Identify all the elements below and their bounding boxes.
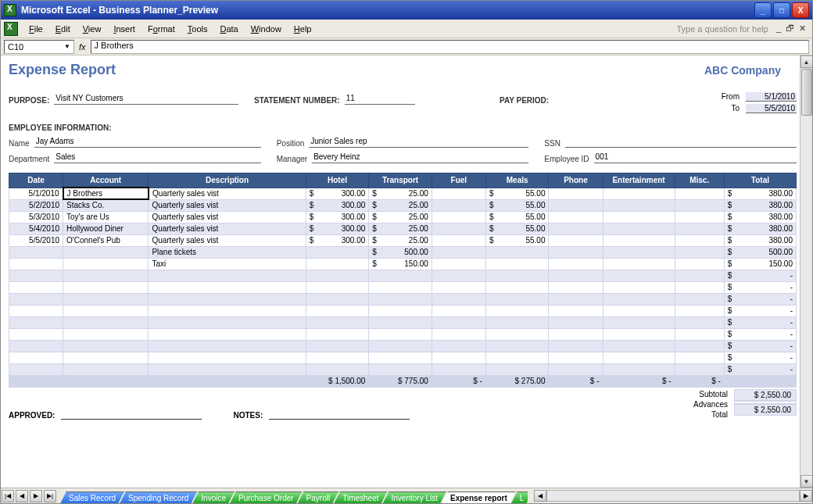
cell[interactable]: $-	[724, 316, 796, 328]
cell[interactable]	[9, 246, 63, 258]
scroll-thumb[interactable]	[801, 69, 812, 116]
cell[interactable]	[369, 281, 432, 293]
cell[interactable]	[306, 246, 369, 258]
cell[interactable]	[369, 340, 432, 352]
cell[interactable]	[432, 352, 485, 363]
cell[interactable]: 5/5/2010	[9, 234, 63, 246]
cell[interactable]	[306, 281, 369, 293]
cell[interactable]	[485, 270, 549, 281]
cell[interactable]: 5/2/2010	[9, 199, 63, 211]
cell[interactable]: $55.00	[485, 199, 549, 211]
cell[interactable]: $-	[724, 352, 796, 363]
close-button[interactable]: X	[792, 2, 809, 18]
cell[interactable]	[63, 305, 149, 316]
sheet-tab[interactable]: Invoice	[192, 491, 235, 504]
cell[interactable]	[485, 281, 549, 293]
cell[interactable]: $500.00	[724, 246, 796, 258]
cell[interactable]: $55.00	[485, 188, 549, 199]
cell[interactable]	[485, 363, 549, 375]
cell[interactable]	[549, 340, 603, 352]
cell[interactable]	[9, 281, 63, 293]
vertical-scrollbar[interactable]: ▲ ▼	[800, 55, 812, 488]
cell[interactable]: Quarterly sales vist	[149, 211, 306, 223]
cell[interactable]	[603, 305, 675, 316]
cell[interactable]: $380.00	[724, 211, 796, 223]
scroll-down-icon[interactable]: ▼	[800, 475, 813, 488]
cell[interactable]: Toy's are Us	[63, 211, 149, 223]
cell[interactable]	[432, 211, 485, 223]
approved-field[interactable]	[61, 409, 202, 420]
cell[interactable]: $380.00	[724, 199, 796, 211]
cell[interactable]	[549, 293, 603, 305]
cell[interactable]: $25.00	[369, 234, 432, 246]
col-hotel[interactable]: Hotel	[306, 173, 369, 188]
menu-help[interactable]: Help	[288, 22, 318, 36]
col-total[interactable]: Total	[724, 173, 796, 188]
cell[interactable]	[432, 305, 485, 316]
from-value[interactable]: 5/1/2010	[746, 92, 797, 102]
cell[interactable]	[603, 293, 675, 305]
col-fuel[interactable]: Fuel	[432, 173, 485, 188]
cell[interactable]	[549, 234, 603, 246]
cell[interactable]: $25.00	[369, 188, 432, 199]
tab-last-button[interactable]: ▶|	[44, 490, 56, 502]
cell[interactable]	[549, 258, 603, 270]
cell[interactable]	[63, 258, 149, 270]
cell[interactable]	[63, 363, 149, 375]
cell[interactable]	[9, 363, 63, 375]
cell[interactable]: $25.00	[369, 199, 432, 211]
cell[interactable]	[306, 352, 369, 363]
cell[interactable]	[675, 363, 724, 375]
cell[interactable]	[675, 305, 724, 316]
sheet-tab[interactable]: Sales Record	[60, 491, 124, 504]
table-row[interactable]: $-	[9, 270, 797, 281]
expense-table[interactable]: Date Account Description Hotel Transport…	[9, 173, 797, 388]
cell[interactable]	[432, 281, 485, 293]
help-search-input[interactable]: Type a question for help	[676, 24, 775, 34]
cell[interactable]	[603, 211, 675, 223]
cell[interactable]	[675, 258, 724, 270]
cell[interactable]	[603, 316, 675, 328]
cell[interactable]	[485, 305, 549, 316]
cell[interactable]	[306, 363, 369, 375]
cell[interactable]: $-	[724, 293, 796, 305]
maximize-button[interactable]: □	[773, 2, 790, 18]
hscroll-right-icon[interactable]: ▶	[800, 490, 812, 502]
cell[interactable]: Quarterly sales vist	[149, 223, 306, 234]
cell[interactable]	[549, 270, 603, 281]
cell[interactable]: 5/1/2010	[9, 188, 63, 199]
cell[interactable]: Stacks Co.	[63, 199, 149, 211]
cell[interactable]	[603, 352, 675, 363]
cell[interactable]	[485, 293, 549, 305]
namebox-dropdown-icon[interactable]: ▼	[64, 43, 70, 50]
cell[interactable]	[63, 293, 149, 305]
cell[interactable]	[485, 246, 549, 258]
col-date[interactable]: Date	[9, 173, 63, 188]
cell[interactable]	[432, 246, 485, 258]
cell[interactable]	[675, 281, 724, 293]
table-row[interactable]: 5/5/2010O'Connel's PubQuarterly sales vi…	[9, 234, 797, 246]
menu-edit[interactable]: Edit	[49, 22, 77, 36]
name-box[interactable]: C10 ▼	[4, 40, 74, 54]
cell[interactable]	[549, 223, 603, 234]
cell[interactable]	[485, 352, 549, 363]
cell[interactable]	[603, 270, 675, 281]
cell[interactable]: $55.00	[485, 234, 549, 246]
sheet-tab[interactable]: Purchase Order	[230, 491, 303, 504]
cell[interactable]	[63, 328, 149, 340]
cell[interactable]	[149, 328, 306, 340]
cell[interactable]: $25.00	[369, 211, 432, 223]
cell[interactable]	[149, 281, 306, 293]
sheet-tab[interactable]: Timesheet	[334, 491, 387, 504]
cell[interactable]	[485, 258, 549, 270]
sheet-tab[interactable]: Payroll	[298, 491, 339, 504]
table-row[interactable]: $-	[9, 293, 797, 305]
position-value[interactable]: Junior Sales rep	[309, 137, 528, 148]
cell[interactable]: $300.00	[306, 234, 369, 246]
empid-value[interactable]: 001	[594, 152, 797, 163]
cell[interactable]	[432, 340, 485, 352]
cell[interactable]	[432, 199, 485, 211]
cell[interactable]	[306, 258, 369, 270]
cell[interactable]	[549, 328, 603, 340]
fx-icon[interactable]: fx	[79, 42, 86, 52]
